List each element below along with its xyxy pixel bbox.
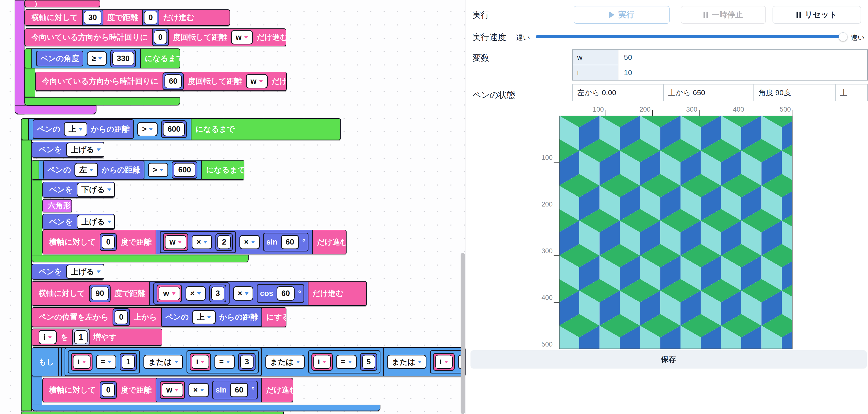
expression-group[interactable]: i=3 [187, 350, 259, 374]
number-field[interactable]: 60 [230, 383, 248, 397]
expression-group[interactable]: i=1またはi=3またはi=5 [61, 347, 383, 376]
expression-group[interactable]: w×3×cos60° [149, 281, 308, 306]
block-pen-up-3[interactable]: ペンを上げる [32, 264, 104, 280]
condition-block[interactable]: ペンの左からの距離>600 [39, 160, 202, 180]
number-field[interactable]: 0 [115, 310, 128, 324]
number-field[interactable]: 600 [174, 163, 195, 177]
loop-pen-top-bar-bottom[interactable] [21, 412, 284, 414]
dropdown-field[interactable]: i [73, 355, 91, 369]
value-block[interactable]: ペンの左からの距離 [43, 160, 145, 180]
save-button[interactable]: 保存 [470, 350, 867, 369]
dropdown-field[interactable]: w [246, 74, 268, 89]
if-bar-bottom[interactable] [32, 405, 380, 411]
dropdown-field[interactable]: ≥ [87, 51, 107, 66]
expression-group[interactable]: w×2 [160, 231, 236, 253]
number-field[interactable]: 0 [102, 383, 115, 397]
block-move-angle-30[interactable]: 横軸に対して30度で距離0だけ進む [25, 9, 230, 26]
expression-group[interactable]: i=5 [308, 350, 380, 374]
dropdown-field[interactable]: i [313, 355, 331, 369]
if-bar-vertical[interactable] [32, 375, 42, 405]
block-partial-top[interactable]: ） [25, 0, 100, 7]
loop-pen-left-bar-vertical[interactable] [32, 178, 42, 255]
block-loop-pen-left[interactable]: ペンの左からの距離>600になるまで [32, 160, 244, 180]
number-field[interactable]: 330 [112, 51, 134, 65]
function-wrap-bar-bottom[interactable] [14, 105, 96, 114]
number-field[interactable]: 0 [102, 235, 115, 249]
number-field[interactable]: 90 [91, 286, 108, 300]
dropdown-field[interactable]: w [162, 383, 183, 397]
block-pen-down[interactable]: ペンを下げる [42, 182, 115, 198]
expression-group[interactable]: i=1 [68, 350, 140, 374]
dropdown-field[interactable]: > [148, 163, 168, 177]
condition-block[interactable]: ペンの角度≥330 [31, 48, 141, 68]
dropdown-field[interactable]: = [336, 355, 356, 369]
dropdown-field[interactable]: = [96, 355, 116, 369]
value-block[interactable]: ペンの角度 [36, 50, 83, 66]
number-field[interactable]: 3 [240, 355, 253, 369]
loop-pen-angle-bar-vertical[interactable] [25, 67, 35, 97]
number-field[interactable]: 600 [163, 122, 185, 136]
expression-group[interactable]: cos60° [257, 284, 304, 303]
pause-button[interactable]: 一時停止 [681, 6, 766, 24]
number-field[interactable]: 1 [74, 330, 87, 344]
dropdown-field[interactable]: × [240, 235, 260, 249]
dropdown-field[interactable]: w [159, 286, 180, 300]
number-field[interactable]: 5 [362, 355, 375, 369]
reset-button[interactable]: リセット [773, 6, 861, 24]
dropdown-field[interactable]: × [188, 383, 209, 397]
run-button[interactable]: 実行 [574, 6, 670, 24]
number-field[interactable]: 60 [281, 235, 299, 249]
number-field[interactable]: 0 [154, 30, 167, 44]
dropdown-field[interactable]: 上げる [77, 215, 115, 229]
block-loop-pen-top[interactable]: ペンの上からの距離>600になるまで [21, 118, 341, 140]
expression-group[interactable]: w×3 [153, 282, 229, 305]
dropdown-field[interactable]: i [435, 355, 453, 369]
dropdown-field[interactable]: × [186, 286, 206, 301]
expression-group[interactable]: w×sin60° [156, 378, 262, 402]
loop-pen-angle-bar-bottom[interactable] [25, 97, 180, 105]
function-wrap-bar-vertical[interactable] [14, 0, 25, 114]
dropdown-field[interactable]: 上 [192, 310, 216, 324]
number-field[interactable]: 2 [217, 235, 230, 249]
dropdown-field[interactable]: 下げる [77, 182, 115, 197]
block-increment-i[interactable]: iを1増やす [32, 329, 162, 346]
block-move-90-w3cos60[interactable]: 横軸に対して90度で距離w×3×cos60°だけ進む [32, 281, 367, 306]
speed-slider-thumb[interactable] [839, 32, 847, 41]
value-block[interactable]: ペンの上からの距離 [33, 119, 134, 139]
dropdown-field[interactable]: または [144, 355, 183, 369]
dropdown-field[interactable]: i [192, 355, 209, 369]
dropdown-field[interactable]: × [192, 235, 212, 249]
condition-block[interactable]: ペンの上からの距離>600 [28, 118, 191, 140]
expression-group[interactable]: i= [430, 350, 466, 374]
workspace-scrollbar[interactable] [461, 253, 465, 414]
dropdown-field[interactable]: または [387, 355, 427, 369]
loop-pen-left-bar-bottom[interactable] [32, 255, 249, 262]
dropdown-field[interactable]: > [137, 122, 158, 136]
block-workspace[interactable]: ）横軸に対して30度で距離0だけ進む今向いている方向から時計回りに0度回転して距… [0, 0, 466, 414]
speed-slider[interactable] [536, 35, 844, 38]
dropdown-field[interactable]: 左 [74, 163, 98, 177]
block-set-pen-pos[interactable]: ペンの位置を左から0上からペンの上からの距離にする [32, 307, 286, 327]
block-if[interactable]: もしi=1またはi=3またはi=5またはi= [32, 347, 466, 376]
value-block[interactable]: ペンの上からの距離 [161, 307, 262, 327]
expression-group[interactable]: i=1またはi=3 [65, 348, 262, 376]
dropdown-field[interactable]: 上げる [66, 265, 104, 279]
loop-pen-top-bar-vertical[interactable] [21, 138, 32, 411]
block-hexagon-call[interactable]: 六角形 [42, 199, 72, 212]
number-field[interactable]: 60 [164, 74, 182, 88]
block-turn-0-w[interactable]: 今向いている方向から時計回りに0度回転して距離wだけ進む [25, 28, 286, 46]
block-move-0-w2sin60[interactable]: 横軸に対して0度で距離w×2×sin60°だけ進む [42, 230, 346, 254]
expression-group[interactable]: w×2×sin60° [156, 230, 313, 254]
number-field[interactable]: 60 [277, 286, 294, 301]
expression-group[interactable]: sin60° [212, 381, 258, 400]
dropdown-field[interactable]: × [233, 286, 253, 301]
block-pen-up-1[interactable]: ペンを上げる [32, 142, 104, 158]
number-field[interactable]: 1 [122, 355, 135, 369]
block-pen-up-2[interactable]: ペンを上げる [42, 214, 115, 230]
dropdown-field[interactable]: = [214, 355, 235, 369]
dropdown-field[interactable]: 上 [64, 122, 87, 136]
dropdown-field[interactable]: w [231, 30, 253, 44]
number-field[interactable]: 0 [144, 11, 157, 25]
number-field[interactable]: 3 [211, 286, 224, 300]
block-turn-60-w[interactable]: 今向いている方向から時計回りに60度回転して距離wだけ進む [35, 72, 287, 91]
